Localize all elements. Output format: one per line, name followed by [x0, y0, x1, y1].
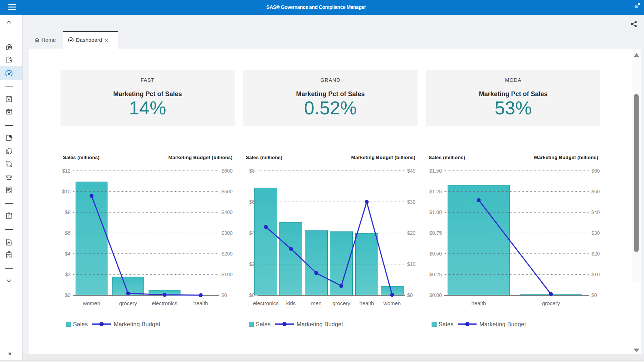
- svg-text:$0: $0: [591, 292, 597, 298]
- svg-text:$0.25: $0.25: [429, 272, 442, 277]
- svg-text:health: health: [194, 300, 208, 306]
- svg-text:$0: $0: [249, 292, 255, 298]
- svg-text:electronics: electronics: [253, 300, 279, 306]
- svg-text:$6: $6: [65, 230, 70, 236]
- svg-text:$40: $40: [591, 209, 600, 215]
- svg-text:men: men: [311, 300, 321, 306]
- svg-text:$0: $0: [407, 292, 413, 298]
- svg-text:$8: $8: [249, 168, 255, 174]
- svg-text:Marketing Budget: Marketing Budget: [114, 321, 160, 327]
- svg-text:$6: $6: [249, 199, 255, 205]
- svg-text:Sales (millions): Sales (millions): [429, 155, 465, 160]
- svg-text:health: health: [472, 300, 486, 306]
- svg-text:Marketing Budget (billions): Marketing Budget (billions): [351, 155, 415, 160]
- svg-text:$8: $8: [65, 209, 70, 215]
- svg-text:$60: $60: [591, 168, 600, 174]
- svg-text:$0: $0: [221, 292, 227, 298]
- svg-text:$100: $100: [221, 272, 233, 277]
- svg-text:Marketing Budget (billions): Marketing Budget (billions): [169, 155, 233, 160]
- svg-text:$10: $10: [62, 189, 71, 194]
- svg-text:$0.75: $0.75: [429, 230, 442, 236]
- svg-text:Sales (millions): Sales (millions): [246, 155, 282, 160]
- svg-text:$30: $30: [591, 230, 600, 236]
- svg-text:$10: $10: [591, 272, 600, 277]
- svg-text:women: women: [83, 300, 100, 306]
- svg-text:$1.50: $1.50: [429, 168, 442, 174]
- svg-text:$4: $4: [249, 230, 255, 236]
- svg-text:$30: $30: [407, 199, 416, 205]
- svg-text:$200: $200: [221, 251, 233, 257]
- svg-text:health: health: [360, 300, 374, 306]
- svg-text:Sales: Sales: [439, 321, 454, 327]
- svg-text:Marketing Budget: Marketing Budget: [479, 321, 526, 327]
- svg-text:$2: $2: [65, 272, 70, 277]
- svg-text:electronics: electronics: [152, 300, 177, 306]
- svg-text:women: women: [383, 300, 401, 306]
- svg-text:$20: $20: [591, 251, 600, 257]
- svg-text:$12: $12: [62, 168, 71, 174]
- svg-text:Marketing Budget (billions): Marketing Budget (billions): [534, 155, 598, 160]
- svg-text:kids: kids: [286, 300, 296, 306]
- svg-text:Sales: Sales: [73, 321, 88, 327]
- svg-text:$1.25: $1.25: [429, 189, 442, 194]
- svg-text:$50: $50: [591, 189, 600, 194]
- svg-text:Sales (millions): Sales (millions): [63, 155, 99, 160]
- svg-text:$300: $300: [221, 230, 233, 236]
- svg-text:$500: $500: [221, 189, 233, 194]
- svg-text:$0: $0: [65, 292, 70, 298]
- svg-text:$4: $4: [65, 251, 70, 257]
- svg-text:grocery: grocery: [542, 300, 560, 306]
- svg-text:$1.00: $1.00: [429, 209, 442, 215]
- svg-text:$40: $40: [407, 168, 416, 174]
- svg-text:$400: $400: [221, 209, 233, 215]
- svg-text:$600: $600: [221, 168, 233, 174]
- svg-text:$2: $2: [249, 261, 255, 267]
- svg-text:Sales: Sales: [256, 321, 271, 327]
- svg-text:Marketing Budget: Marketing Budget: [297, 321, 343, 327]
- svg-text:grocery: grocery: [119, 300, 137, 306]
- svg-text:$0.50: $0.50: [429, 251, 442, 257]
- svg-text:$0.00: $0.00: [429, 292, 442, 298]
- svg-text:$20: $20: [407, 230, 416, 236]
- svg-text:$10: $10: [407, 261, 416, 267]
- svg-text:grocery: grocery: [332, 300, 351, 306]
